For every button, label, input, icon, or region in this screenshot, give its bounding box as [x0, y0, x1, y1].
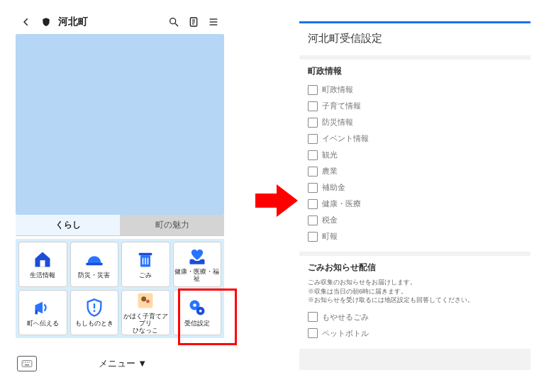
heart-hands-icon — [187, 246, 207, 266]
section-subtext: ごみ収集のお知らせをお届けします。※収集は当日の朝6時に届きます。※お知らせを受… — [308, 278, 522, 305]
checkbox-icon[interactable] — [308, 199, 318, 209]
checkbox-row[interactable]: 防災情報 — [308, 114, 522, 130]
checkbox-icon[interactable] — [308, 85, 318, 95]
tab-miryoku[interactable]: 町の魅力 — [120, 215, 224, 236]
document-icon[interactable] — [186, 14, 201, 30]
checkbox-icon[interactable] — [308, 183, 318, 193]
svg-rect-26 — [22, 361, 32, 367]
svg-rect-31 — [25, 364, 29, 365]
checkbox-icon[interactable] — [308, 101, 318, 111]
tile-welfare[interactable]: 健康・医療・福祉 — [173, 242, 222, 287]
tile-label: かほく子育てアプリ ひなっこ — [122, 313, 170, 335]
svg-point-28 — [26, 362, 26, 363]
section-title: 町政情報 — [308, 65, 522, 77]
checkbox-row[interactable]: 町政情報 — [308, 82, 522, 98]
svg-rect-10 — [86, 263, 102, 266]
checkbox-row[interactable]: 観光 — [308, 147, 522, 163]
svg-point-0 — [170, 18, 176, 24]
helmet-icon — [84, 250, 104, 269]
checkbox-row[interactable]: 町報 — [308, 228, 522, 245]
checkbox-label: イベント情報 — [322, 133, 369, 144]
tile-garbage[interactable]: ごみ — [121, 242, 170, 287]
svg-point-21 — [146, 300, 150, 303]
app-header: 河北町 — [13, 10, 227, 34]
flow-arrow-icon — [255, 184, 298, 217]
svg-point-27 — [23, 362, 24, 363]
checkbox-row[interactable]: 子育て情報 — [308, 98, 522, 114]
location-title: 河北町 — [58, 16, 88, 28]
trash-icon — [135, 250, 155, 269]
tile-kosodate[interactable]: かほく子育てアプリ ひなっこ — [121, 290, 170, 335]
checkbox-row[interactable]: 農業 — [308, 163, 522, 179]
hamburger-menu-icon[interactable] — [206, 14, 221, 30]
tile-disaster[interactable]: 防災・災害 — [70, 242, 119, 287]
svg-point-25 — [199, 310, 202, 313]
tile-label: 防災・災害 — [78, 272, 110, 279]
menu-grid: 生活情報防災・災害ごみ健康・医療・福祉町へ伝えるもしものときかほく子育てアプリ … — [18, 242, 221, 335]
checkbox-row[interactable]: もやせるごみ — [308, 309, 522, 325]
checkbox-row[interactable]: 税金 — [308, 212, 522, 228]
hero-image — [16, 34, 224, 215]
back-icon[interactable] — [18, 14, 34, 30]
checkbox-icon[interactable] — [308, 150, 318, 160]
svg-rect-12 — [139, 253, 152, 256]
section-title: ごみお知らせ配信 — [308, 262, 522, 274]
tile-label: 受信設定 — [184, 320, 210, 327]
tab-kurashi[interactable]: くらし — [16, 215, 120, 236]
footer-bar: メニュー ▼ — [13, 353, 227, 374]
svg-rect-9 — [40, 260, 45, 267]
checkbox-icon[interactable] — [308, 312, 318, 322]
checkbox-label: 町報 — [322, 231, 338, 242]
tile-label: 生活情報 — [30, 272, 55, 279]
gear-double-icon — [187, 298, 207, 318]
checkbox-label: 農業 — [322, 166, 338, 177]
checkbox-label: 町政情報 — [322, 84, 353, 95]
house-icon — [33, 250, 52, 269]
tile-life[interactable]: 生活情報 — [18, 242, 67, 287]
checkbox-icon[interactable] — [308, 118, 318, 128]
tile-label: 健康・医療・福祉 — [174, 269, 221, 283]
checkbox-label: もやせるごみ — [322, 312, 369, 323]
section-garbage: ごみお知らせ配信 ごみ収集のお知らせをお届けします。※収集は当日の朝6時に届きま… — [299, 256, 530, 349]
svg-line-1 — [175, 23, 178, 26]
tile-label: もしものとき — [75, 320, 113, 327]
app-image-icon — [135, 291, 155, 310]
settings-title: 河北町受信設定 — [299, 21, 530, 55]
checkbox-label: 防災情報 — [322, 117, 353, 128]
checkbox-row[interactable]: イベント情報 — [308, 130, 522, 147]
checkbox-label: 補助金 — [322, 182, 345, 193]
checkbox-icon[interactable] — [308, 328, 318, 338]
tile-label: ごみ — [139, 272, 152, 279]
search-icon[interactable] — [166, 14, 182, 30]
svg-point-29 — [27, 362, 28, 363]
checkbox-label: 税金 — [322, 215, 338, 225]
megaphone-icon — [33, 298, 52, 318]
tile-voice[interactable]: 町へ伝える — [18, 290, 67, 335]
checkbox-label: 観光 — [322, 150, 338, 160]
svg-point-30 — [29, 362, 30, 363]
svg-marker-32 — [255, 184, 298, 217]
tile-settings[interactable]: 受信設定 — [173, 290, 222, 335]
tile-emergency[interactable]: もしものとき — [70, 290, 119, 335]
checkbox-label: ペットボトル — [322, 328, 369, 339]
category-tabs: くらし 町の魅力 — [16, 215, 224, 236]
app-home-screen: 河北町 くらし 町の魅力 生活情報防災・災害ごみ健康・医療・福祉町へ伝えるもしも… — [13, 10, 227, 374]
settings-panel: 河北町受信設定 町政情報 町政情報子育て情報防災情報イベント情報観光農業補助金健… — [299, 21, 530, 370]
svg-rect-16 — [35, 310, 38, 315]
checkbox-icon[interactable] — [308, 215, 318, 225]
checkbox-row[interactable]: ペットボトル — [308, 325, 522, 342]
checkbox-row[interactable]: 補助金 — [308, 179, 522, 196]
checkbox-label: 子育て情報 — [322, 101, 361, 111]
footer-menu-button[interactable]: メニュー ▼ — [37, 357, 209, 370]
keyboard-icon[interactable] — [17, 356, 37, 371]
checkbox-icon[interactable] — [308, 134, 318, 144]
svg-point-20 — [141, 296, 146, 301]
shield-icon — [38, 14, 54, 30]
svg-point-23 — [193, 303, 196, 307]
svg-point-18 — [93, 310, 95, 312]
checkbox-row[interactable]: 健康・医療 — [308, 196, 522, 212]
checkbox-icon[interactable] — [308, 167, 318, 177]
checkbox-icon[interactable] — [308, 232, 318, 242]
checkbox-label: 健康・医療 — [322, 198, 361, 209]
shield-alert-icon — [84, 298, 104, 318]
